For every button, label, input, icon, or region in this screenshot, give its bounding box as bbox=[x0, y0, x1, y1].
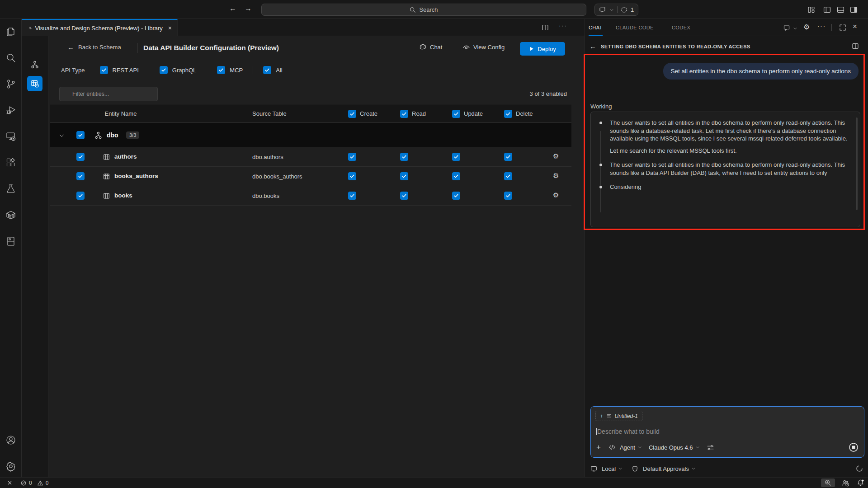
update-checkbox[interactable] bbox=[452, 192, 460, 200]
delete-checkbox[interactable] bbox=[504, 192, 512, 200]
settings-gear-icon[interactable] bbox=[5, 461, 16, 472]
toggle-primary-sidebar-icon[interactable] bbox=[823, 6, 831, 14]
toggle-panel-icon[interactable] bbox=[837, 6, 844, 14]
accounts-icon[interactable] bbox=[841, 479, 849, 487]
problems-indicator[interactable]: 0 0 bbox=[20, 480, 48, 486]
row-checkbox[interactable] bbox=[76, 192, 85, 200]
read-checkbox[interactable] bbox=[400, 153, 408, 161]
row-settings-gear-icon[interactable]: ⚙ bbox=[553, 191, 559, 199]
progress-circle-icon[interactable] bbox=[621, 6, 627, 13]
approvals-selector[interactable]: Default Approvals bbox=[643, 465, 696, 472]
table-row[interactable]: books_authors dbo.books_authors ⚙ bbox=[50, 167, 571, 186]
remote-explorer-icon[interactable] bbox=[5, 131, 16, 142]
open-session-editor-icon[interactable] bbox=[852, 42, 859, 50]
copilot-chat-icon[interactable] bbox=[599, 6, 606, 14]
stop-button[interactable] bbox=[849, 442, 859, 452]
agent-thinking-box[interactable]: The user wants to set all entities in th… bbox=[590, 112, 860, 227]
row-settings-gear-icon[interactable]: ⚙ bbox=[553, 152, 559, 160]
mode-label: Agent bbox=[620, 444, 635, 451]
schema-view-icon[interactable] bbox=[31, 61, 39, 69]
run-debug-icon[interactable] bbox=[5, 105, 16, 116]
schema-group-row-dbo[interactable]: dbo 3/3 bbox=[50, 123, 571, 147]
extensions-icon[interactable] bbox=[5, 157, 16, 168]
create-checkbox[interactable] bbox=[348, 192, 356, 200]
container-icon[interactable] bbox=[5, 210, 16, 221]
comment-icon[interactable] bbox=[783, 24, 790, 32]
thought-text: The user wants to set all entities in th… bbox=[610, 119, 848, 143]
source-control-icon[interactable] bbox=[5, 79, 16, 89]
delete-checkbox[interactable] bbox=[504, 172, 512, 180]
col-delete-checkbox[interactable] bbox=[504, 110, 512, 118]
chat-button[interactable]: Chat bbox=[419, 43, 442, 51]
chat-more-icon[interactable]: ··· bbox=[817, 23, 826, 29]
remote-indicator-icon[interactable] bbox=[6, 479, 13, 486]
tab-visualize-schema[interactable]: Visualize and Design Schema (Preview) - … bbox=[22, 19, 178, 36]
tools-sliders-icon[interactable] bbox=[707, 444, 714, 451]
attach-icon[interactable]: + bbox=[596, 443, 601, 452]
table-row[interactable]: books dbo.books ⚙ bbox=[50, 186, 571, 206]
account-icon[interactable] bbox=[5, 435, 16, 446]
context-chip[interactable]: + Untitled-1 bbox=[595, 411, 642, 421]
all-checkbox[interactable] bbox=[263, 66, 271, 74]
nav-forward-icon[interactable]: → bbox=[245, 5, 252, 13]
chevron-down-icon[interactable] bbox=[59, 133, 65, 139]
tab-chat[interactable]: CHAT bbox=[589, 19, 603, 36]
view-config-button[interactable]: View Config bbox=[462, 43, 505, 51]
explorer-icon[interactable] bbox=[5, 26, 16, 37]
tab-codex[interactable]: CODEX bbox=[672, 19, 690, 36]
col-create-checkbox[interactable] bbox=[348, 110, 356, 118]
create-checkbox[interactable] bbox=[348, 172, 356, 180]
notifications-bell-icon[interactable] bbox=[857, 479, 864, 487]
nav-back-icon[interactable]: ← bbox=[229, 5, 236, 13]
mode-selector[interactable]: Agent bbox=[620, 444, 642, 451]
storage-icon[interactable] bbox=[5, 236, 16, 247]
update-checkbox[interactable] bbox=[452, 153, 460, 161]
read-checkbox[interactable] bbox=[400, 172, 408, 180]
add-context-icon[interactable]: + bbox=[600, 413, 604, 419]
chat-settings-gear-icon[interactable]: ⚙ bbox=[803, 23, 810, 31]
close-panel-icon[interactable]: × bbox=[853, 22, 857, 31]
col-read-checkbox[interactable] bbox=[400, 110, 408, 118]
row-settings-gear-icon[interactable]: ⚙ bbox=[553, 172, 559, 180]
mcp-checkbox[interactable] bbox=[217, 66, 225, 74]
split-editor-icon[interactable] bbox=[542, 24, 549, 31]
entity-name: books bbox=[114, 192, 132, 199]
expand-icon[interactable] bbox=[839, 24, 846, 31]
chevron-down-icon[interactable] bbox=[793, 26, 797, 31]
environment-selector[interactable]: Local bbox=[602, 465, 623, 472]
zoom-status-item[interactable] bbox=[821, 479, 835, 487]
command-search-input[interactable]: Search bbox=[261, 4, 586, 16]
customize-layout-icon[interactable] bbox=[807, 6, 815, 14]
tab-close-icon[interactable]: × bbox=[168, 24, 172, 32]
group-name: dbo bbox=[107, 131, 118, 139]
col-update-checkbox[interactable] bbox=[452, 110, 460, 118]
row-checkbox[interactable] bbox=[76, 172, 85, 180]
agent-mode-icon[interactable] bbox=[609, 444, 616, 451]
editor-actions-more-icon[interactable]: ··· bbox=[559, 22, 567, 29]
row-checkbox[interactable] bbox=[76, 153, 85, 161]
copilot-control-group[interactable]: 1 bbox=[594, 4, 638, 16]
all-label: All bbox=[276, 67, 282, 74]
graphql-checkbox[interactable] bbox=[160, 66, 168, 74]
testing-icon[interactable] bbox=[5, 183, 16, 194]
update-checkbox[interactable] bbox=[452, 172, 460, 180]
tab-claude-code[interactable]: CLAUDE CODE bbox=[616, 19, 654, 36]
model-selector[interactable]: Claude Opus 4.6 bbox=[649, 444, 700, 451]
back-to-schema-button[interactable]: ← Back to Schema bbox=[67, 43, 121, 51]
thought-scrollbar[interactable] bbox=[856, 117, 858, 210]
delete-checkbox[interactable] bbox=[504, 153, 512, 161]
deploy-button[interactable]: Deploy bbox=[520, 42, 565, 56]
filter-entities-input[interactable] bbox=[59, 87, 158, 101]
chat-input-box[interactable]: + Untitled-1 Describe what to build + Ag… bbox=[590, 406, 864, 458]
chat-input-field[interactable]: Describe what to build bbox=[596, 428, 660, 435]
table-row[interactable]: authors dbo.authors ⚙ bbox=[50, 147, 571, 167]
chevron-down-icon[interactable] bbox=[609, 8, 614, 12]
search-sidebar-icon[interactable] bbox=[5, 52, 16, 63]
dab-config-view-button[interactable] bbox=[27, 76, 42, 91]
read-checkbox[interactable] bbox=[400, 192, 408, 200]
session-back-icon[interactable]: ← bbox=[590, 42, 596, 50]
create-checkbox[interactable] bbox=[348, 153, 356, 161]
group-checkbox[interactable] bbox=[76, 131, 85, 139]
toggle-secondary-sidebar-icon[interactable] bbox=[850, 6, 858, 14]
rest-api-checkbox[interactable] bbox=[100, 66, 108, 74]
